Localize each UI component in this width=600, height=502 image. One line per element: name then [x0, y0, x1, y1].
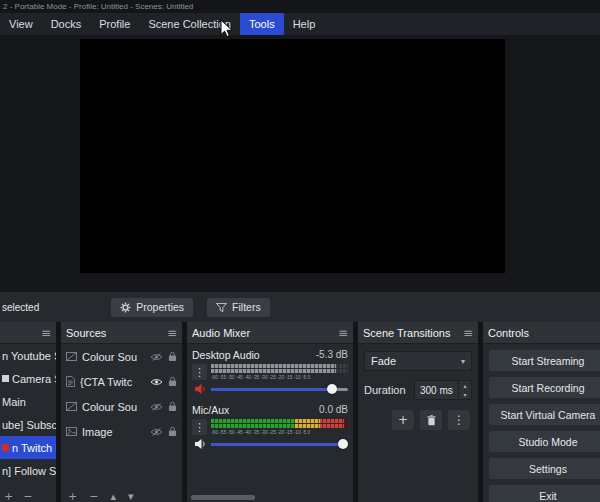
scene-item-active[interactable]: n Twitch Fo	[0, 436, 56, 459]
menu-scene-collection[interactable]: Scene Collection	[139, 13, 240, 35]
source-row[interactable]: Colour Sou	[61, 344, 182, 369]
obs-window: 2 - Portable Mode - Profile: Untitled - …	[0, 0, 600, 502]
menu-tools[interactable]: Tools	[240, 13, 284, 35]
hamburger-icon[interactable]: ≡	[41, 327, 51, 339]
scene-transitions-header: Scene Transitions ≡	[358, 322, 478, 344]
spin-up-icon[interactable]: ▴	[459, 381, 471, 390]
mute-button[interactable]	[192, 438, 207, 450]
scene-tag-icon	[2, 375, 9, 382]
menu-bar: View Docks Profile Scene Collection Tool…	[0, 13, 600, 35]
scene-item-label: ube] Subscr	[2, 419, 56, 431]
menu-view[interactable]: View	[0, 13, 42, 35]
sources-toolbar: + − ▴ ▾	[61, 487, 182, 502]
audio-mixer-title: Audio Mixer	[192, 327, 250, 339]
source-label: Image	[82, 426, 145, 438]
scene-item-label: Camera So	[12, 373, 56, 385]
duration-value: 300 ms	[415, 381, 458, 399]
transition-properties-button[interactable]: ⋮	[448, 410, 470, 430]
scene-transitions-panel: Scene Transitions ≡ Fade ▾ Duration 300 …	[358, 322, 478, 502]
scene-item-label: n Twitch Fo	[12, 442, 56, 454]
filter-icon	[216, 303, 227, 312]
menu-profile[interactable]: Profile	[90, 13, 139, 35]
channel-options-button[interactable]: ⋮	[192, 419, 207, 435]
scene-item[interactable]: n Youtube S	[0, 344, 56, 367]
title-bar[interactable]: 2 - Portable Mode - Profile: Untitled - …	[0, 0, 600, 13]
lock-icon[interactable]	[168, 401, 177, 412]
duration-input[interactable]: 300 ms ▴ ▾	[414, 380, 472, 400]
lock-icon[interactable]	[168, 426, 177, 437]
properties-button[interactable]: Properties	[111, 298, 193, 317]
mixer-channel-mic-aux: Mic/Aux 0.0 dB ⋮ -60 -55 -50 -45 -40 -35…	[192, 404, 348, 450]
controls-panel: Controls Start Streaming Start Recording…	[483, 322, 600, 502]
start-recording-button[interactable]: Start Recording	[489, 377, 600, 398]
source-row[interactable]: Image	[61, 419, 182, 444]
selection-bar: selected Properties	[0, 292, 600, 322]
source-label: Colour Sou	[82, 351, 145, 363]
meter-scale-labels: -60 -55 -50 -45 -40 -35 -30 -25 -20 -15 …	[211, 429, 321, 435]
channel-level: 0.0 dB	[319, 404, 348, 416]
eye-icon[interactable]	[150, 378, 163, 386]
gear-icon	[120, 302, 131, 313]
transition-select-value: Fade	[371, 355, 396, 367]
channel-name: Mic/Aux	[192, 404, 229, 416]
source-label: Colour Sou	[82, 401, 145, 413]
color-source-icon	[66, 352, 77, 361]
menu-docks[interactable]: Docks	[42, 13, 91, 35]
sources-header: Sources ≡	[61, 322, 182, 344]
filters-button-label: Filters	[232, 301, 261, 313]
hamburger-icon[interactable]: ≡	[167, 327, 177, 339]
transitions-body: Fade ▾ Duration 300 ms ▴ ▾ +	[358, 344, 478, 437]
add-source-button[interactable]: +	[68, 491, 77, 502]
sources-title: Sources	[66, 327, 106, 339]
scene-item-label: n] Follow S	[2, 465, 56, 477]
hamburger-icon[interactable]: ≡	[463, 327, 473, 339]
scene-item-label: n Youtube S	[2, 350, 56, 362]
volume-meter: -60 -55 -50 -45 -40 -35 -30 -25 -20 -15 …	[211, 364, 348, 380]
volume-slider-handle[interactable]	[338, 439, 348, 449]
hamburger-icon[interactable]: ≡	[338, 327, 348, 339]
controls-title: Controls	[488, 327, 529, 339]
spin-down-icon[interactable]: ▾	[459, 390, 471, 399]
scene-item[interactable]: Main	[0, 390, 56, 413]
volume-slider[interactable]	[211, 438, 348, 450]
menu-help[interactable]: Help	[284, 13, 325, 35]
exit-button[interactable]: Exit	[489, 485, 600, 502]
scene-item[interactable]: ube] Subscr	[0, 413, 56, 436]
scene-item[interactable]: Camera So	[0, 367, 56, 390]
start-streaming-button[interactable]: Start Streaming	[489, 350, 600, 371]
scene-item[interactable]: n] Follow S	[0, 459, 56, 482]
eye-slash-icon[interactable]	[150, 353, 163, 361]
mixer-channel-desktop-audio: Desktop Audio -5.3 dB ⋮ -60 -55 -50 -45 …	[192, 349, 348, 395]
scene-tag-icon	[2, 444, 9, 451]
transition-select[interactable]: Fade ▾	[364, 351, 472, 371]
eye-slash-icon[interactable]	[150, 428, 163, 436]
remove-transition-button[interactable]	[420, 410, 442, 430]
controls-header: Controls	[483, 322, 600, 344]
settings-button[interactable]: Settings	[489, 458, 600, 479]
source-down-button[interactable]: ▾	[128, 491, 134, 502]
mute-button-muted[interactable]	[192, 383, 207, 395]
source-up-button[interactable]: ▴	[110, 491, 116, 502]
start-virtual-camera-button[interactable]: Start Virtual Camera	[489, 404, 600, 425]
add-transition-button[interactable]: +	[392, 410, 414, 430]
remove-source-button[interactable]: −	[89, 491, 98, 502]
meter-scale-labels: -60 -55 -50 -45 -40 -35 -30 -25 -20 -15 …	[211, 374, 321, 380]
eye-slash-icon[interactable]	[150, 403, 163, 411]
volume-slider[interactable]	[211, 383, 348, 395]
mixer-body: Desktop Audio -5.3 dB ⋮ -60 -55 -50 -45 …	[187, 344, 353, 459]
lock-icon[interactable]	[168, 351, 177, 362]
channel-options-button[interactable]: ⋮	[192, 364, 207, 380]
sources-panel: Sources ≡ Colour Sou {CTA Twit	[61, 322, 182, 502]
remove-scene-button[interactable]: −	[23, 491, 32, 502]
chevron-down-icon: ▾	[461, 357, 465, 366]
volume-slider-handle[interactable]	[327, 384, 337, 394]
filters-button[interactable]: Filters	[207, 298, 270, 317]
window-title: 2 - Portable Mode - Profile: Untitled - …	[3, 2, 193, 11]
source-row[interactable]: Colour Sou	[61, 394, 182, 419]
add-scene-button[interactable]: +	[4, 491, 13, 502]
source-row[interactable]: {CTA Twitc	[61, 369, 182, 394]
studio-mode-button[interactable]: Studio Mode	[489, 431, 600, 452]
preview-canvas[interactable]	[80, 39, 505, 273]
mixer-scrollbar[interactable]	[191, 495, 255, 500]
lock-icon[interactable]	[168, 376, 177, 387]
